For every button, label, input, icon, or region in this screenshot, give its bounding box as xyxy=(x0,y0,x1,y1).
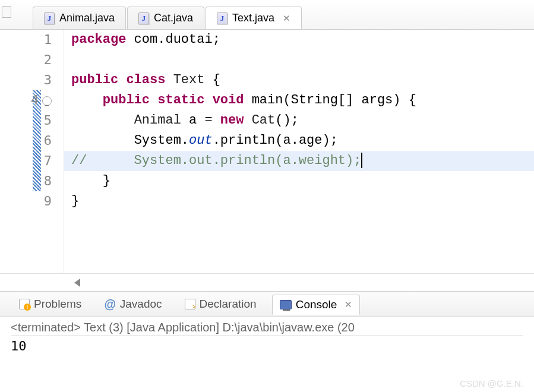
fold-collapse-icon[interactable] xyxy=(42,96,52,106)
code-line: public static void main(String[] args) { xyxy=(64,90,534,110)
console-icon xyxy=(280,300,292,309)
gutter: 1 2 3 4 5 6 7 8 9 xyxy=(0,30,64,273)
line-number: 9 xyxy=(0,191,52,211)
editor-area: 1 2 3 4 5 6 7 8 9 package com.duotai; pu… xyxy=(0,30,534,273)
tab-javadoc[interactable]: @ Javadoc xyxy=(97,295,169,314)
tab-label: Declaration xyxy=(200,298,257,311)
tab-text-java[interactable]: J Text.java ✕ xyxy=(206,7,302,29)
tab-label: Text.java xyxy=(232,12,274,24)
editor-tab-bar: J Animal.java J Cat.java J Text.java ✕ xyxy=(0,0,534,30)
java-file-icon: J xyxy=(217,12,227,24)
code-line: Animal a = new Cat(); xyxy=(64,110,534,131)
code-line: // System.out.println(a.weight); xyxy=(64,151,534,171)
java-file-icon: J xyxy=(44,12,55,24)
view-tab-bar: Problems @ Javadoc Declaration Console ✕ xyxy=(0,291,534,317)
tab-animal-java[interactable]: J Animal.java xyxy=(33,7,126,29)
scroll-left-icon[interactable] xyxy=(74,279,80,287)
code-line: package com.duotai; xyxy=(64,30,534,50)
code-line: public class Text { xyxy=(64,70,534,90)
watermark: CSDN @G.E.N. xyxy=(460,378,523,388)
tab-declaration[interactable]: Declaration xyxy=(178,295,264,314)
tab-cat-java[interactable]: J Cat.java xyxy=(127,7,204,29)
tab-label: Cat.java xyxy=(154,12,193,24)
declaration-icon xyxy=(185,299,195,309)
tab-label: Javadoc xyxy=(120,298,162,311)
text-cursor xyxy=(361,153,362,168)
line-number: 2 xyxy=(0,50,52,70)
tab-label: Problems xyxy=(34,298,81,311)
console-view: <terminated> Text (3) [Java Application]… xyxy=(0,317,534,357)
line-number: 6 xyxy=(0,131,52,151)
line-number: 3 xyxy=(0,70,52,90)
console-output: 10 xyxy=(11,339,523,353)
java-file-icon: J xyxy=(138,12,149,24)
code-line: } xyxy=(64,191,534,211)
line-number: 4 xyxy=(0,90,52,110)
line-number: 5 xyxy=(0,110,52,131)
horizontal-scrollbar[interactable] xyxy=(0,273,534,291)
code-line: System.out.println(a.age); xyxy=(64,131,534,151)
tab-problems[interactable]: Problems xyxy=(12,295,89,314)
editor-left-icon xyxy=(2,6,11,18)
tab-label: Console xyxy=(296,298,337,311)
code-line: } xyxy=(64,171,534,191)
code-editor[interactable]: package com.duotai; public class Text { … xyxy=(64,30,534,273)
tab-console[interactable]: Console ✕ xyxy=(272,295,361,315)
close-icon[interactable]: ✕ xyxy=(283,13,290,24)
line-number: 7 xyxy=(0,151,52,171)
javadoc-icon: @ xyxy=(104,298,116,311)
code-line xyxy=(64,50,534,70)
console-status: <terminated> Text (3) [Java Application]… xyxy=(11,321,523,336)
close-icon[interactable]: ✕ xyxy=(345,299,352,310)
problems-icon xyxy=(19,299,30,309)
tab-label: Animal.java xyxy=(59,12,115,24)
line-number: 8 xyxy=(0,171,52,191)
line-number: 1 xyxy=(0,30,52,50)
